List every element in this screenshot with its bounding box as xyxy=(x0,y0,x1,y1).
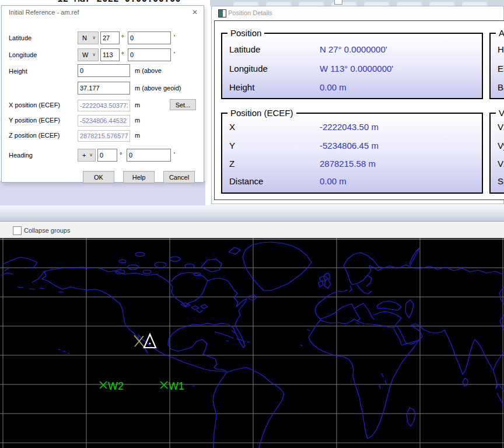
window-icon xyxy=(218,9,226,18)
height-row-label: Height xyxy=(229,82,254,92)
longitude-label: Longitude xyxy=(9,51,37,58)
position-ecef-group-title: Position (ECEF) xyxy=(228,108,296,118)
x-ecef-input xyxy=(78,100,130,111)
latitude-row-value: N 27° 0.0000000' xyxy=(320,44,387,54)
latitude-row-label: Latitude xyxy=(229,44,260,54)
chevron-down-icon: ∨ xyxy=(92,52,96,57)
degree-symbol: ° xyxy=(121,34,124,41)
velocity-group: Velocity Vx Vy Vz Speed xyxy=(489,113,504,194)
y-row-value: -5234806.45 m xyxy=(320,141,379,150)
height-unit-label: m (above xyxy=(135,67,162,74)
height-row-value: 0.00 m xyxy=(320,82,346,92)
reference-x-marker[interactable] xyxy=(134,335,144,347)
map-options-panel: Collapse groups xyxy=(0,222,504,238)
longitude-row-label: Longitude xyxy=(229,64,268,74)
close-icon[interactable]: ✕ xyxy=(192,8,198,16)
vz-row-label: Vz xyxy=(498,159,504,169)
latitude-degrees-input[interactable] xyxy=(100,32,120,44)
height-geoid-input[interactable] xyxy=(78,82,130,94)
window-toolbar-gradient xyxy=(0,205,504,222)
minute-symbol: ' xyxy=(174,151,175,158)
waypoint-w2[interactable]: W2 xyxy=(100,380,124,392)
heading-degrees-input[interactable] xyxy=(97,149,117,162)
position-details-window: Position Details Position LatitudeN 27° … xyxy=(211,6,504,204)
set-button[interactable]: Set... xyxy=(170,99,196,110)
x-row-value: -2222043.50 m xyxy=(320,122,379,132)
x-ecef-unit: m xyxy=(135,102,140,108)
collapse-groups-label: Collapse groups xyxy=(24,227,71,234)
distance-row-value: 0.00 m xyxy=(320,176,346,186)
world-map[interactable]: W2 W1 xyxy=(0,238,504,448)
waypoint-w2-label: W2 xyxy=(108,380,124,392)
background-datetime: 12-Mar-2022 0:00:00.00 xyxy=(57,0,214,5)
z-ecef-unit: m xyxy=(135,132,140,139)
help-button[interactable]: Help xyxy=(123,171,155,183)
distance-row-label: Distance xyxy=(229,176,263,186)
initial-reference-dialog: Initial Reference - am.ref ✕ Latitude N … xyxy=(1,5,204,183)
minute-symbol: ' xyxy=(174,34,175,41)
ok-button[interactable]: OK xyxy=(83,171,114,183)
longitude-degrees-input[interactable] xyxy=(100,48,120,61)
degree-symbol: ° xyxy=(121,51,124,58)
background-window-strip xyxy=(0,181,205,205)
x-ecef-label: X position (ECEF) xyxy=(9,102,60,108)
dialog-title: Initial Reference - am.ref xyxy=(9,9,79,16)
heading-row-label: Heading xyxy=(498,44,504,54)
minute-symbol: ' xyxy=(174,51,175,58)
chevron-down-icon: ∨ xyxy=(92,35,96,40)
position-group: Position LatitudeN 27° 0.0000000' Longit… xyxy=(221,33,483,99)
heading-minutes-input[interactable] xyxy=(127,149,171,162)
longitude-row-value: W 113° 0.0000000' xyxy=(320,64,393,74)
position-ecef-group: Position (ECEF) X-2222043.50 m Y-5234806… xyxy=(221,113,483,194)
heading-sign-select[interactable]: + ∨ xyxy=(78,149,96,162)
height-input[interactable] xyxy=(78,64,130,77)
degree-symbol: ° xyxy=(120,151,122,158)
background-toolbar-strip xyxy=(210,0,504,6)
attitude-group-title: Attitude xyxy=(496,28,504,38)
y-ecef-unit: m xyxy=(135,117,140,124)
bank-row-label: Bank xyxy=(498,82,504,92)
z-ecef-label: Z position (ECEF) xyxy=(9,132,60,139)
z-ecef-input xyxy=(78,130,130,142)
latitude-hemisphere-select[interactable]: N ∨ xyxy=(78,32,99,44)
cancel-button[interactable]: Cancel xyxy=(163,171,195,183)
attitude-group: Attitude Heading Elevation Bank xyxy=(489,33,504,99)
background-scroll-notch xyxy=(334,0,342,5)
y-ecef-label: Y position (ECEF) xyxy=(9,117,60,124)
elevation-row-label: Elevation xyxy=(498,64,504,74)
z-row-label: Z xyxy=(229,159,235,169)
waypoint-w1-label: W1 xyxy=(169,380,184,392)
chevron-down-icon: ∨ xyxy=(89,152,93,158)
y-row-label: Y xyxy=(229,141,235,150)
collapse-groups-checkbox[interactable] xyxy=(13,226,22,235)
vx-row-label: Vx xyxy=(498,122,504,132)
x-row-label: X xyxy=(229,122,235,132)
latitude-label: Latitude xyxy=(9,34,32,41)
velocity-group-title: Velocity xyxy=(496,108,504,118)
waypoint-w1[interactable]: W1 xyxy=(160,380,184,392)
y-ecef-input xyxy=(78,115,130,127)
latitude-minutes-input[interactable] xyxy=(128,32,171,44)
z-row-value: 2878215.58 m xyxy=(320,159,376,169)
speed-row-label: Speed xyxy=(498,176,504,186)
position-group-title: Position xyxy=(228,28,264,38)
height-label: Height xyxy=(9,68,27,75)
position-details-title-bar[interactable]: Position Details xyxy=(212,6,503,20)
position-details-title: Position Details xyxy=(228,9,272,16)
vy-row-label: Vy xyxy=(498,141,504,150)
map-coastlines xyxy=(1,242,504,448)
longitude-minutes-input[interactable] xyxy=(128,48,171,61)
heading-label: Heading xyxy=(9,152,33,159)
dialog-title-bar[interactable]: Initial Reference - am.ref ✕ xyxy=(2,6,204,19)
longitude-hemisphere-select[interactable]: W ∨ xyxy=(78,48,99,61)
height-geoid-unit-label: m (above geoid) xyxy=(135,85,181,92)
map-gridlines xyxy=(0,238,504,448)
